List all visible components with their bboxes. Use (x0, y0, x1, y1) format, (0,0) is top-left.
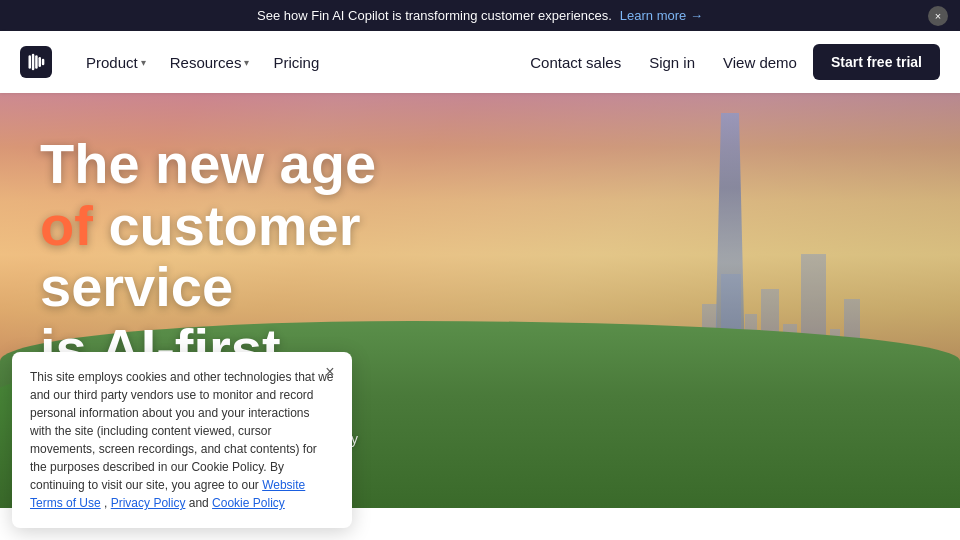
nav-links: Product ▾ Resources ▾ Pricing (76, 48, 518, 77)
logo-icon (20, 46, 52, 78)
hero-title: The new age of customer service is AI-fi… (40, 133, 540, 379)
svg-rect-0 (29, 55, 32, 68)
sign-in-link[interactable]: Sign in (637, 46, 707, 79)
view-demo-nav-link[interactable]: View demo (711, 46, 809, 79)
nav-product[interactable]: Product ▾ (76, 48, 156, 77)
announcement-link[interactable]: Learn more (620, 8, 703, 23)
hero-title-line1: The new age (40, 132, 376, 195)
navbar: Product ▾ Resources ▾ Pricing Contact sa… (0, 31, 960, 93)
privacy-link[interactable]: Privacy Policy (111, 496, 186, 510)
cookie-close-button[interactable]: × (320, 362, 340, 382)
cookie-policy-link[interactable]: Cookie Policy (212, 496, 285, 510)
announcement-text: See how Fin AI Copilot is transforming c… (257, 8, 612, 23)
start-trial-nav-button[interactable]: Start free trial (813, 44, 940, 80)
nav-right: Contact sales Sign in View demo Start fr… (518, 44, 940, 80)
logo[interactable] (20, 46, 52, 78)
nav-resources[interactable]: Resources ▾ (160, 48, 260, 77)
announcement-close-button[interactable]: × (928, 6, 948, 26)
svg-rect-4 (42, 59, 45, 66)
cookie-text: This site employs cookies and other tech… (30, 368, 334, 512)
nav-pricing[interactable]: Pricing (263, 48, 329, 77)
contact-sales-link[interactable]: Contact sales (518, 46, 633, 79)
svg-rect-3 (39, 57, 42, 67)
hero-title-line2-prefix: of (40, 194, 93, 257)
svg-rect-1 (32, 54, 34, 71)
product-chevron-icon: ▾ (141, 57, 146, 68)
cookie-banner: × This site employs cookies and other te… (12, 352, 352, 528)
svg-rect-2 (35, 55, 38, 68)
announcement-bar: See how Fin AI Copilot is transforming c… (0, 0, 960, 31)
resources-chevron-icon: ▾ (244, 57, 249, 68)
